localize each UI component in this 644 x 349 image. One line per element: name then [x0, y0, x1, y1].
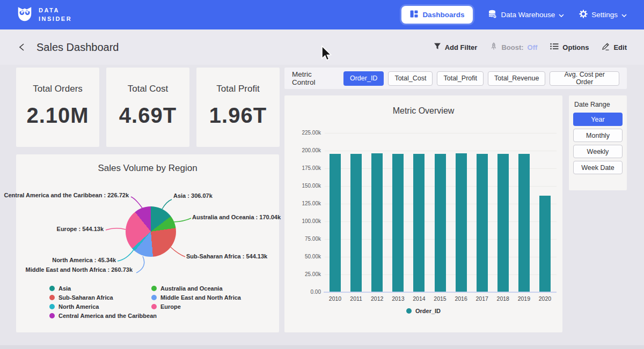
bar-2012[interactable]	[371, 153, 383, 292]
metric-button-total-profit[interactable]: Total_Profit	[437, 71, 484, 86]
pie-legend-item[interactable]: Europe	[151, 303, 241, 310]
date-range-panel: Date Range Year Monthly Weekly Week Date	[569, 95, 627, 190]
legend-dot	[49, 295, 55, 300]
boost-label: Boost:	[501, 43, 523, 51]
nav-data-warehouse[interactable]: Data Warehouse	[488, 10, 564, 20]
edit-label: Edit	[613, 43, 627, 51]
y-axis-tick-label: 25.00k	[284, 271, 321, 277]
kpi-card-total-profit: Total Profit 1.96T	[196, 68, 280, 147]
top-nav-bar: DATA INSIDER Dashboards	[0, 0, 644, 29]
bar-chart-legend: Order_ID	[284, 308, 562, 314]
x-axis-tick-label: 2019	[513, 295, 535, 302]
y-axis-tick-label: 150.00k	[284, 183, 321, 189]
bar-2015[interactable]	[435, 154, 446, 292]
gridline	[325, 151, 557, 151]
pie-callout-north-america: North America : 45.34k	[52, 257, 116, 263]
pie-legend-item[interactable]: Middle East and North Africa	[151, 294, 241, 301]
legend-label: North America	[58, 303, 99, 310]
boost-toggle[interactable]: Boost: Off	[490, 42, 537, 52]
chevron-down-icon	[559, 11, 564, 19]
nav-settings[interactable]: Settings	[579, 10, 627, 20]
pie-legend-item[interactable]: Central America and the Caribbean	[49, 313, 157, 319]
y-axis-tick-label: 100.00k	[284, 218, 321, 224]
bar-2018[interactable]	[497, 154, 509, 292]
bar-2011[interactable]	[350, 154, 362, 292]
kpi-value: 4.69T	[106, 103, 189, 128]
metric-control-bar: Metric Control Order_ID Total_Cost Total…	[284, 68, 627, 89]
pie-legend-item[interactable]: North America	[49, 303, 157, 310]
date-button-monthly[interactable]: Monthly	[573, 129, 623, 142]
metric-button-total-revenue[interactable]: Total_Revenue	[488, 71, 545, 86]
legend-label: Central America and the Caribbean	[58, 313, 157, 319]
metric-control-label: Metric Control	[292, 70, 335, 86]
metric-button-order-id[interactable]: Order_ID	[343, 71, 384, 86]
pencil-icon	[602, 42, 610, 52]
bar-2016[interactable]	[456, 153, 467, 292]
legend-dot	[151, 295, 157, 300]
pie-callout-asia: Asia : 306.07k	[173, 192, 213, 199]
options-button[interactable]: Options	[550, 43, 589, 51]
kpi-label: Total Orders	[16, 84, 99, 94]
pie-legend-column-1: AsiaSub-Saharan AfricaNorth AmericaCentr…	[49, 285, 157, 319]
y-axis-tick-label: 0.00	[284, 289, 321, 295]
metric-overview-chart-card: Metric Overview 0.0025.00k50.00k75.00k10…	[284, 95, 562, 332]
edit-button[interactable]: Edit	[602, 42, 627, 52]
legend-dot	[151, 304, 157, 309]
legend-dot	[49, 286, 55, 291]
legend-label: Asia	[58, 285, 71, 292]
pie-callout-australia: Australia and Oceania : 170.04k	[192, 214, 281, 220]
legend-label: Middle East and North Africa	[160, 294, 241, 301]
date-button-week-date[interactable]: Week Date	[573, 161, 623, 174]
legend-label: Europe	[160, 303, 181, 310]
date-button-weekly[interactable]: Weekly	[573, 145, 623, 158]
bar-2019[interactable]	[518, 154, 530, 292]
brand-line1: DATA	[39, 6, 72, 15]
pie-callout-middle-east: Middle East and North Africa : 260.73k	[26, 266, 133, 273]
gridline	[325, 133, 557, 133]
bar-2010[interactable]	[330, 154, 341, 292]
metric-button-total-cost[interactable]: Total_Cost	[388, 71, 433, 86]
x-axis-tick-label: 2020	[534, 295, 555, 302]
kpi-label: Total Profit	[196, 84, 280, 94]
legend-dot	[49, 304, 55, 309]
sales-volume-chart-card: Sales Volume by Region Asia : 306.07k Au…	[16, 154, 279, 332]
nav-settings-label: Settings	[591, 11, 618, 19]
legend-dot	[49, 313, 55, 318]
kpi-value: 1.96T	[196, 103, 280, 128]
rocket-icon	[490, 42, 497, 52]
legend-label: Sub-Saharan Africa	[58, 294, 113, 301]
pie-legend-item[interactable]: Australia and Oceania	[151, 285, 241, 292]
x-axis-tick-label: 2016	[450, 295, 472, 302]
legend-label: Australia and Oceania	[160, 285, 223, 292]
pie-chart[interactable]	[126, 206, 176, 257]
legend-label-order-id: Order_ID	[415, 308, 441, 314]
y-axis-tick-label: 225.00k	[284, 130, 321, 136]
chevron-down-icon	[621, 11, 627, 19]
y-axis-tick-label: 50.00k	[284, 254, 321, 259]
metric-button-avg-cost[interactable]: Avg. Cost per Order	[550, 71, 619, 86]
bar-2014[interactable]	[413, 154, 425, 292]
x-axis-tick-label: 2014	[408, 295, 430, 302]
filter-funnel-icon	[434, 43, 441, 51]
pie-legend-column-2: Australia and OceaniaMiddle East and Nor…	[151, 285, 241, 310]
window-bottom-edge	[0, 345, 644, 349]
nav-data-warehouse-label: Data Warehouse	[501, 11, 555, 19]
brand-logo[interactable]: DATA INSIDER	[16, 5, 72, 25]
page-title: Sales Dashboard	[36, 41, 119, 54]
y-axis-tick-label: 125.00k	[284, 201, 321, 206]
bar-2017[interactable]	[477, 154, 488, 292]
back-button[interactable]	[16, 41, 28, 53]
nav-dashboards-button[interactable]: Dashboards	[401, 6, 473, 24]
x-axis-tick-label: 2017	[471, 295, 493, 302]
add-filter-button[interactable]: Add Filter	[434, 43, 478, 51]
bar-2020[interactable]	[539, 196, 551, 292]
list-options-icon	[550, 43, 559, 51]
pie-callout-europe: Europe : 544.13k	[57, 226, 104, 232]
bar-2013[interactable]	[392, 154, 404, 292]
date-button-year[interactable]: Year	[573, 113, 623, 126]
x-axis-tick-label: 2012	[367, 295, 388, 302]
gear-icon	[579, 10, 588, 20]
kpi-label: Total Cost	[106, 84, 189, 94]
pie-legend-item[interactable]: Asia	[49, 285, 157, 292]
pie-legend-item[interactable]: Sub-Saharan Africa	[49, 294, 157, 301]
